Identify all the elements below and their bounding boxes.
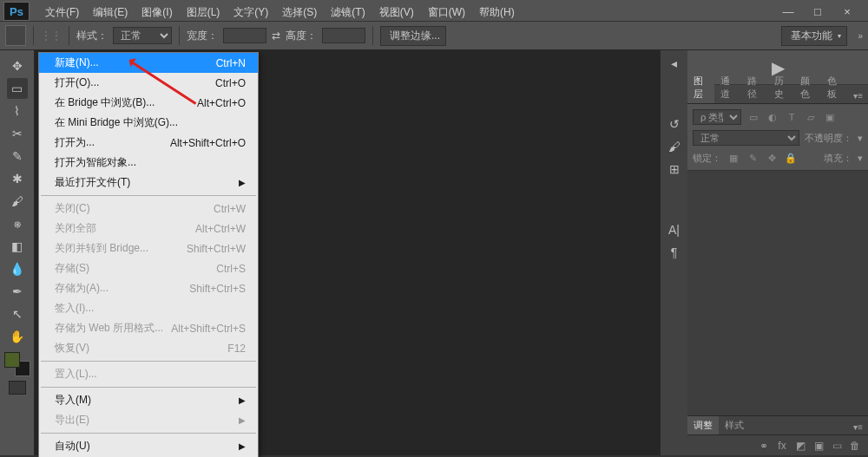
panel-tab-颜色[interactable]: 颜色: [794, 72, 821, 103]
menu-5[interactable]: 选择(S): [275, 3, 324, 22]
style-label: 样式：: [76, 29, 108, 43]
new-layer-icon[interactable]: ▭: [829, 438, 845, 454]
expand-icon[interactable]: ◂: [665, 54, 684, 73]
gradient-tool[interactable]: ◧: [7, 236, 28, 257]
panel-tab-图层[interactable]: 图层: [687, 72, 714, 103]
file-menu-item-6[interactable]: 最近打开文件(T)▶: [39, 173, 258, 193]
file-menu-item-4[interactable]: 打开为...Alt+Shift+Ctrl+O: [39, 133, 258, 153]
hand-tool[interactable]: ✋: [7, 326, 28, 347]
lasso-tool[interactable]: ⌇: [7, 101, 28, 121]
menu-2[interactable]: 图像(I): [135, 3, 179, 22]
bottom-tab-样式[interactable]: 样式: [719, 416, 750, 434]
style-select[interactable]: 正常: [113, 27, 172, 44]
opacity-dropdown-icon[interactable]: ▾: [858, 133, 863, 144]
blur-tool[interactable]: 💧: [7, 258, 28, 279]
stamp-tool[interactable]: ⎈: [7, 213, 28, 234]
filter-image-icon[interactable]: ▭: [746, 110, 760, 124]
height-label: 高度：: [286, 29, 317, 43]
filter-smart-icon[interactable]: ▣: [823, 110, 837, 124]
file-menu-item-20: 导出(E)▶: [39, 410, 258, 430]
menu-8[interactable]: 窗口(W): [421, 3, 472, 22]
panel-tab-通道[interactable]: 通道: [714, 72, 741, 103]
file-menu-item-10: 关闭并转到 Bridge...Shift+Ctrl+W: [39, 238, 258, 258]
color-swatches[interactable]: [4, 352, 30, 376]
filter-shape-icon[interactable]: ▱: [804, 110, 818, 124]
lock-paint-icon[interactable]: ✎: [746, 151, 760, 165]
file-menu-item-22[interactable]: 自动(U)▶: [39, 436, 258, 456]
minimize-button[interactable]: —: [778, 3, 799, 19]
layer-style-icon[interactable]: fx: [774, 438, 790, 454]
app-logo: Ps: [3, 2, 30, 21]
layer-mask-icon[interactable]: ◩: [792, 438, 808, 454]
file-menu-item-3[interactable]: 在 Mini Bridge 中浏览(G)...: [39, 113, 258, 133]
menu-separator: [41, 361, 256, 362]
menu-6[interactable]: 滤镜(T): [324, 3, 372, 22]
refine-edge-button[interactable]: 调整边缘...: [380, 26, 446, 46]
collapsed-panels: ◂ ↺ 🖌 ⊞ A| ¶: [660, 50, 687, 455]
lock-all-icon[interactable]: 🔒: [784, 151, 798, 165]
paragraph-icon[interactable]: ¶: [665, 243, 684, 262]
file-menu-item-9: 关闭全部Alt+Ctrl+W: [39, 219, 258, 238]
quickmask-toggle[interactable]: [9, 381, 26, 395]
bottom-panel-menu-icon[interactable]: ▾≡: [848, 420, 868, 434]
collapse-icon[interactable]: »: [858, 31, 863, 41]
workspace-switcher[interactable]: 基本功能▾: [781, 26, 847, 46]
lock-position-icon[interactable]: ✥: [765, 151, 779, 165]
current-tool-icon[interactable]: [5, 25, 26, 46]
brush-presets-icon[interactable]: 🖌: [665, 137, 684, 156]
history-icon[interactable]: ↺: [665, 114, 684, 134]
new-group-icon[interactable]: ▣: [811, 438, 826, 454]
menu-separator: [41, 387, 256, 388]
menu-separator: [41, 433, 256, 434]
arrow-tool[interactable]: ↖: [7, 304, 28, 324]
bottom-tab-调整[interactable]: 调整: [687, 416, 719, 434]
swap-icon[interactable]: ⇄: [272, 29, 280, 42]
pen-tool[interactable]: ✒: [7, 281, 28, 302]
menu-9[interactable]: 帮助(H): [472, 3, 522, 22]
height-input[interactable]: [322, 28, 365, 43]
properties-icon[interactable]: ⊞: [665, 160, 684, 179]
move-tool[interactable]: ✥: [7, 55, 28, 76]
maximize-button[interactable]: □: [807, 3, 828, 19]
file-menu-item-1[interactable]: 打开(O)...Ctrl+O: [39, 73, 258, 93]
menu-0[interactable]: 文件(F): [38, 3, 86, 22]
link-layers-icon[interactable]: ⚭: [756, 438, 772, 454]
tools-panel: ✥ ▭ ⌇ ✂ ✎ ✱ 🖌 ⎈ ◧ 💧 ✒ ↖ ✋: [0, 50, 35, 455]
brush-tool[interactable]: 🖌: [7, 191, 28, 212]
menu-3[interactable]: 图层(L): [180, 3, 227, 22]
marquee-tool[interactable]: ▭: [7, 78, 28, 99]
lock-transparent-icon[interactable]: ▦: [727, 151, 740, 165]
filter-type-icon[interactable]: T: [785, 110, 799, 124]
close-button[interactable]: ×: [837, 3, 858, 19]
file-menu-item-14: 存储为 Web 所用格式...Alt+Shift+Ctrl+S: [39, 318, 258, 338]
panel-menu-icon[interactable]: ▾≡: [848, 88, 868, 103]
file-menu-item-8: 关闭(C)Ctrl+W: [39, 199, 258, 219]
file-menu-item-12: 存储为(A)...Shift+Ctrl+S: [39, 278, 258, 298]
heal-tool[interactable]: ✱: [7, 168, 28, 189]
file-menu-item-2[interactable]: 在 Bridge 中浏览(B)...Alt+Ctrl+O: [39, 93, 258, 113]
panel-tab-色板[interactable]: 色板: [821, 72, 848, 103]
panel-tab-历史[interactable]: 历史: [768, 72, 795, 103]
menu-4[interactable]: 文字(Y): [227, 3, 275, 22]
eyedropper-tool[interactable]: ✎: [7, 146, 28, 166]
file-menu-item-5[interactable]: 打开为智能对象...: [39, 153, 258, 173]
fill-dropdown-icon[interactable]: ▾: [858, 153, 863, 164]
file-menu-item-0[interactable]: 新建(N)...Ctrl+N: [39, 53, 258, 73]
character-icon[interactable]: A|: [665, 220, 684, 239]
blend-mode-select[interactable]: 正常: [693, 130, 799, 146]
panel-tab-路径[interactable]: 路径: [741, 72, 768, 103]
crop-tool[interactable]: ✂: [7, 123, 28, 144]
layers-list[interactable]: [687, 171, 868, 415]
file-menu-item-13: 签入(I)...: [39, 298, 258, 318]
delete-layer-icon[interactable]: 🗑: [847, 438, 863, 454]
fg-color[interactable]: [4, 352, 20, 368]
filter-adjust-icon[interactable]: ◐: [766, 110, 779, 124]
layer-kind-filter[interactable]: ρ 类型: [693, 109, 741, 125]
lock-label: 锁定：: [693, 152, 721, 165]
file-menu-item-15: 恢复(V)F12: [39, 338, 258, 358]
file-menu-item-19[interactable]: 导入(M)▶: [39, 390, 258, 410]
menubar: 文件(F)编辑(E)图像(I)图层(L)文字(Y)选择(S)滤镜(T)视图(V)…: [0, 3, 868, 21]
menu-1[interactable]: 编辑(E): [86, 3, 135, 22]
menu-7[interactable]: 视图(V): [372, 3, 421, 22]
width-input[interactable]: [223, 28, 266, 43]
